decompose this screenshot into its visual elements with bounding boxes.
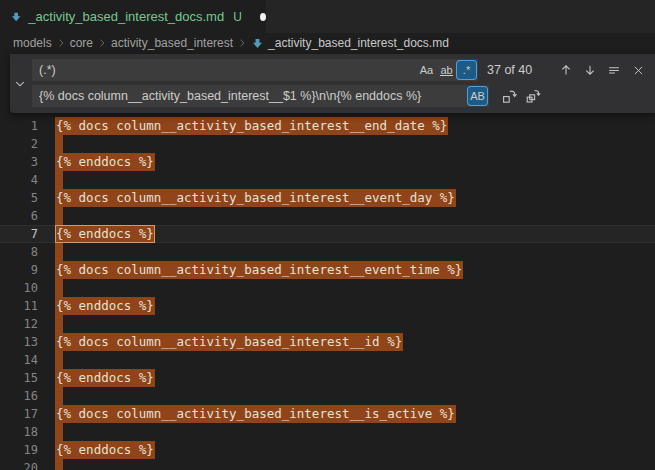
replace-all-icon <box>525 88 541 104</box>
find-match: {% docs column__activity_based_interest_… <box>55 189 456 207</box>
breadcrumb-file[interactable]: _activity_based_interest_docs.md <box>251 36 449 50</box>
editor-line[interactable]: 4 <box>0 171 655 189</box>
line-number: 13 <box>0 333 38 351</box>
line-number: 2 <box>0 135 38 153</box>
editor-line[interactable]: 10 <box>0 279 655 297</box>
editor[interactable]: 1{% docs column__activity_based_interest… <box>0 53 655 470</box>
line-content: {% enddocs %} <box>55 441 155 459</box>
line-number: 7 <box>0 225 38 243</box>
find-match-empty <box>55 243 63 261</box>
previous-match-button[interactable] <box>555 60 577 80</box>
next-match-button[interactable] <box>579 60 601 80</box>
editor-line[interactable]: 15{% enddocs %} <box>0 369 655 387</box>
replace-button[interactable] <box>498 86 520 106</box>
editor-line[interactable]: 16 <box>0 387 655 405</box>
line-content: {% docs column__activity_based_interest_… <box>55 333 403 351</box>
editor-line[interactable]: 5{% docs column__activity_based_interest… <box>0 189 655 207</box>
selection-icon <box>607 63 621 77</box>
editor-line[interactable]: 11{% enddocs %} <box>0 297 655 315</box>
line-content: {% enddocs %} <box>55 297 155 315</box>
line-number: 11 <box>0 297 38 315</box>
find-match: {% enddocs %} <box>55 153 155 171</box>
replace-all-button[interactable] <box>522 86 544 106</box>
find-match: {% enddocs %} <box>55 297 155 315</box>
whole-word-toggle[interactable]: ab <box>437 61 456 79</box>
line-number: 3 <box>0 153 38 171</box>
find-match-empty <box>55 315 63 333</box>
breadcrumb-filename: _activity_based_interest_docs.md <box>268 36 449 50</box>
editor-line[interactable]: 14 <box>0 351 655 369</box>
tab-active-file[interactable]: _activity_based_interest_docs.md U <box>0 0 266 33</box>
tab-bar: _activity_based_interest_docs.md U <box>0 0 655 33</box>
find-match: {% docs column__activity_based_interest_… <box>55 261 463 279</box>
editor-line[interactable]: 20 <box>0 459 655 470</box>
line-number: 19 <box>0 441 38 459</box>
replace-input[interactable] <box>32 86 467 106</box>
find-results-count: 37 of 40 <box>487 63 532 77</box>
find-match-empty <box>55 351 63 369</box>
find-match-empty <box>55 387 63 405</box>
chevron-right-icon <box>236 37 248 49</box>
line-number: 6 <box>0 207 38 225</box>
breadcrumb-separator <box>55 37 67 49</box>
editor-line[interactable]: 8 <box>0 243 655 261</box>
breadcrumb-separator <box>96 37 108 49</box>
find-match: {% enddocs %} <box>55 369 155 387</box>
tab-filename: _activity_based_interest_docs.md <box>28 9 224 24</box>
breadcrumb-item[interactable]: core <box>70 36 93 50</box>
find-match-empty <box>55 459 63 470</box>
git-status-badge: U <box>233 10 242 24</box>
editor-line[interactable]: 13{% docs column__activity_based_interes… <box>0 333 655 351</box>
editor-line[interactable]: 6 <box>0 207 655 225</box>
find-match: {% docs column__activity_based_interest_… <box>55 405 456 423</box>
breadcrumb-item[interactable]: models <box>13 36 52 50</box>
editor-line[interactable]: 1{% docs column__activity_based_interest… <box>0 117 655 135</box>
find-match: {% docs column__activity_based_interest_… <box>55 333 403 351</box>
match-case-toggle[interactable]: Aa <box>417 61 436 79</box>
chevron-down-icon <box>13 77 27 91</box>
replace-icon <box>501 88 517 104</box>
line-number: 12 <box>0 315 38 333</box>
arrow-down-icon <box>583 63 597 77</box>
unsaved-dot-icon[interactable] <box>260 13 266 21</box>
find-match: {% enddocs %} <box>55 441 155 459</box>
find-match-empty <box>55 171 63 189</box>
editor-line[interactable]: 2 <box>0 135 655 153</box>
editor-line[interactable]: 19{% enddocs %} <box>0 441 655 459</box>
toggle-replace-button[interactable] <box>10 54 30 113</box>
find-match-empty <box>55 207 63 225</box>
editor-line[interactable]: 17{% docs column__activity_based_interes… <box>0 405 655 423</box>
find-in-selection-button[interactable] <box>603 60 625 80</box>
line-content: {% docs column__activity_based_interest_… <box>55 117 448 135</box>
editor-line[interactable]: 3{% enddocs %} <box>0 153 655 171</box>
line-number: 4 <box>0 171 38 189</box>
line-content: {% enddocs %} <box>55 225 155 243</box>
arrow-up-icon <box>559 63 573 77</box>
line-number: 20 <box>0 459 38 470</box>
chevron-right-icon <box>55 37 67 49</box>
editor-line[interactable]: 7{% enddocs %} <box>0 225 655 243</box>
editor-line[interactable]: 9{% docs column__activity_based_interest… <box>0 261 655 279</box>
breadcrumb-separator <box>236 37 248 49</box>
editor-line[interactable]: 18 <box>0 423 655 441</box>
find-input[interactable] <box>32 60 416 80</box>
line-content: {% enddocs %} <box>55 153 155 171</box>
find-match-empty <box>55 423 63 441</box>
line-number: 8 <box>0 243 38 261</box>
find-widget: Aa ab .* 37 of 40 <box>10 54 655 113</box>
close-find-button[interactable] <box>627 60 649 80</box>
line-number: 18 <box>0 423 38 441</box>
editor-line[interactable]: 12 <box>0 315 655 333</box>
find-match-empty <box>55 135 63 153</box>
markdown-file-icon <box>251 37 264 50</box>
breadcrumb: modelscoreactivity_based_interest_activi… <box>0 33 655 53</box>
find-input-box: Aa ab .* <box>32 59 478 81</box>
preserve-case-toggle[interactable]: AB <box>468 87 487 105</box>
line-content: {% docs column__activity_based_interest_… <box>55 405 456 423</box>
breadcrumb-item[interactable]: activity_based_interest <box>111 36 233 50</box>
line-content: {% enddocs %} <box>55 369 155 387</box>
current-find-match: {% enddocs %} <box>55 225 155 243</box>
replace-input-box: AB <box>32 85 489 107</box>
vscode-window: _activity_based_interest_docs.md U model… <box>0 0 655 470</box>
regex-toggle[interactable]: .* <box>457 61 476 79</box>
